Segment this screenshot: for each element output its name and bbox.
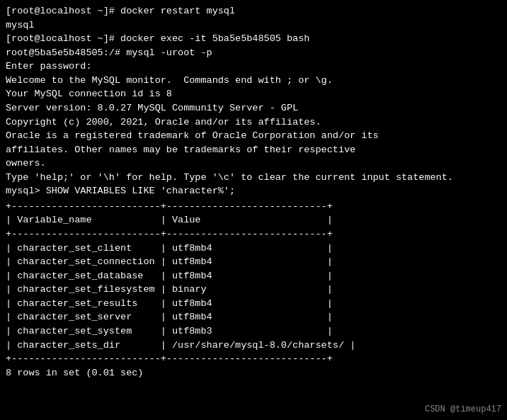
- table-row-3: | character_set_database | utf8mb4 |: [6, 269, 501, 283]
- table-footer: 8 rows in set (0.01 sec): [6, 366, 501, 380]
- table-row-5: | character_set_results | utf8mb4 |: [6, 297, 501, 311]
- line-12: Oracle is a registered trademark of Orac…: [6, 129, 501, 143]
- table-separator-top: +--------------------------+------------…: [6, 200, 501, 214]
- line-18: mysql> SHOW VARIABLES LIKE 'character%';: [6, 184, 501, 198]
- table-separator-bottom: +--------------------------+------------…: [6, 352, 501, 366]
- table-header: | Variable_name | Value |: [6, 213, 501, 227]
- line-6: Welcome to the MySQL monitor. Commands e…: [6, 74, 501, 88]
- table-row-2: | character_set_connection | utf8mb4 |: [6, 255, 501, 269]
- line-3: [root@localhost ~]# docker exec -it 5ba5…: [6, 32, 501, 46]
- line-2: mysql: [6, 18, 501, 33]
- line-5: Enter password:: [6, 59, 501, 74]
- line-13: affiliates. Other names may be trademark…: [6, 143, 501, 157]
- line-10: Copyright (c) 2000, 2021, Oracle and/or …: [6, 115, 501, 130]
- watermark: CSDN @timeup417: [425, 404, 501, 414]
- terminal-content: [root@localhost ~]# docker restart mysql…: [6, 4, 501, 198]
- table-row-7: | character_set_system | utf8mb3 |: [6, 324, 501, 339]
- line-4: root@5ba5e5b48505:/# mysql -uroot -p: [6, 46, 501, 60]
- line-7: Your MySQL connection id is 8: [6, 87, 501, 101]
- line-16: Type 'help;' or '\h' for help. Type '\c'…: [6, 171, 501, 185]
- line-14: owners.: [6, 157, 501, 171]
- line-1: [root@localhost ~]# docker restart mysql: [6, 4, 501, 18]
- table-separator-mid: +--------------------------+------------…: [6, 227, 501, 242]
- terminal: [root@localhost ~]# docker restart mysql…: [0, 0, 507, 420]
- table-row-4: | character_set_filesystem | binary |: [6, 283, 501, 297]
- table-row-1: | character_set_client | utf8mb4 |: [6, 242, 501, 256]
- query-results-table: +--------------------------+------------…: [6, 200, 501, 380]
- line-8: Server version: 8.0.27 MySQL Community S…: [6, 101, 501, 115]
- table-row-6: | character_set_server | utf8mb4 |: [6, 310, 501, 324]
- table-row-8: | character_sets_dir | /usr/share/mysql-…: [6, 339, 501, 353]
